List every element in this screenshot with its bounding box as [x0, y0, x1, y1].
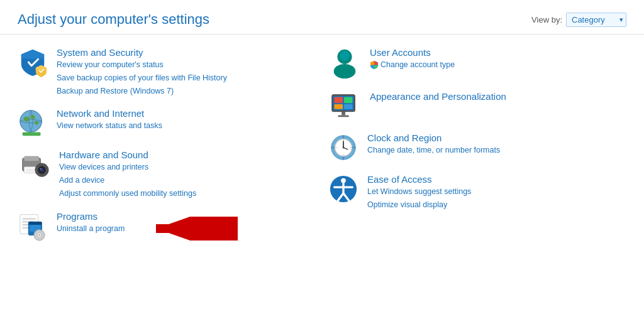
- user-accounts-title[interactable]: User Accounts: [370, 47, 455, 58]
- view-by-label: View by:: [531, 15, 562, 24]
- hardware-sound-title[interactable]: Hardware and Sound: [59, 149, 196, 160]
- ease-access-link-2[interactable]: Optimize visual display: [367, 199, 471, 211]
- clock-region-icon: [328, 132, 358, 163]
- category-network-internet: Network and Internet View network status…: [18, 108, 316, 138]
- category-appearance: Appearance and Personalization: [328, 91, 626, 121]
- ease-access-text: Ease of Access Let Windows suggest setti…: [367, 174, 471, 211]
- system-security-link-3[interactable]: Backup and Restore (Windows 7): [57, 85, 227, 97]
- svg-rect-2: [23, 132, 41, 136]
- svg-point-28: [340, 51, 349, 60]
- system-security-link-2[interactable]: Save backup copies of your files with Fi…: [57, 72, 227, 84]
- programs-text: Programs Uninstall a program: [57, 211, 125, 235]
- svg-rect-36: [338, 115, 348, 117]
- svg-rect-34: [344, 104, 352, 109]
- appearance-text: Appearance and Personalization: [370, 91, 506, 102]
- hardware-sound-link-3[interactable]: Adjust commonly used mobility settings: [59, 188, 196, 200]
- main-content: System and Security Review your computer…: [0, 35, 644, 254]
- user-accounts-text: User Accounts Change account type: [370, 47, 455, 71]
- svg-rect-35: [341, 112, 345, 116]
- page-title: Adjust your computer's settings: [18, 11, 209, 28]
- ease-access-link-1[interactable]: Let Windows suggest settings: [367, 186, 471, 198]
- svg-rect-4: [25, 156, 39, 161]
- category-hardware-sound: Hardware and Sound View devices and prin…: [18, 149, 316, 199]
- category-programs: Programs Uninstall a program: [18, 211, 316, 241]
- view-by-dropdown[interactable]: Category Large icons Small icons: [566, 13, 626, 27]
- clock-region-title[interactable]: Clock and Region: [367, 132, 500, 143]
- programs-title[interactable]: Programs: [57, 211, 125, 222]
- user-accounts-link-1[interactable]: Change account type: [380, 59, 455, 71]
- network-internet-title[interactable]: Network and Internet: [57, 108, 162, 119]
- svg-point-23: [38, 234, 40, 235]
- hardware-sound-link-2[interactable]: Add a device: [59, 175, 196, 187]
- svg-point-27: [334, 64, 356, 78]
- system-security-icon: [18, 47, 48, 77]
- category-clock-region: Clock and Region Change date, time, or n…: [328, 132, 626, 163]
- system-security-text: System and Security Review your computer…: [57, 47, 227, 97]
- red-arrow: [150, 217, 238, 241]
- ease-access-icon: [328, 174, 358, 204]
- svg-rect-7: [26, 171, 34, 171]
- network-internet-icon: [18, 108, 48, 138]
- clock-region-link-1[interactable]: Change date, time, or number formats: [367, 144, 500, 156]
- svg-rect-14: [23, 218, 36, 219]
- svg-rect-32: [344, 97, 352, 104]
- category-ease-access: Ease of Access Let Windows suggest setti…: [328, 174, 626, 211]
- view-by-control: View by: Category Large icons Small icon…: [531, 13, 626, 27]
- svg-point-12: [40, 168, 42, 170]
- hardware-sound-link-1[interactable]: View devices and printers: [59, 161, 196, 173]
- header: Adjust your computer's settings View by:…: [0, 0, 644, 35]
- appearance-title[interactable]: Appearance and Personalization: [370, 91, 506, 102]
- uac-shield-link[interactable]: Change account type: [370, 59, 455, 71]
- system-security-title[interactable]: System and Security: [57, 47, 227, 58]
- hardware-sound-icon: [18, 149, 50, 180]
- user-accounts-icon: [328, 47, 361, 80]
- ease-access-title[interactable]: Ease of Access: [367, 174, 471, 185]
- svg-rect-20: [28, 222, 42, 225]
- system-security-link-1[interactable]: Review your computer's status: [57, 59, 227, 71]
- hardware-sound-text: Hardware and Sound View devices and prin…: [59, 149, 196, 199]
- category-system-security: System and Security Review your computer…: [18, 47, 316, 97]
- left-column: System and Security Review your computer…: [18, 47, 316, 241]
- network-internet-link-1[interactable]: View network status and tasks: [57, 120, 162, 132]
- appearance-icon: [328, 91, 361, 121]
- category-user-accounts: User Accounts Change account type: [328, 47, 626, 80]
- programs-icon: [18, 211, 48, 241]
- programs-link-1[interactable]: Uninstall a program: [57, 223, 125, 235]
- svg-rect-33: [335, 104, 343, 109]
- svg-rect-31: [335, 97, 343, 104]
- network-internet-text: Network and Internet View network status…: [57, 108, 162, 132]
- view-by-dropdown-wrapper[interactable]: Category Large icons Small icons: [566, 13, 626, 27]
- right-column: User Accounts Change account type: [316, 47, 626, 241]
- clock-region-text: Clock and Region Change date, time, or n…: [367, 132, 500, 156]
- uac-shield-icon: [370, 60, 379, 69]
